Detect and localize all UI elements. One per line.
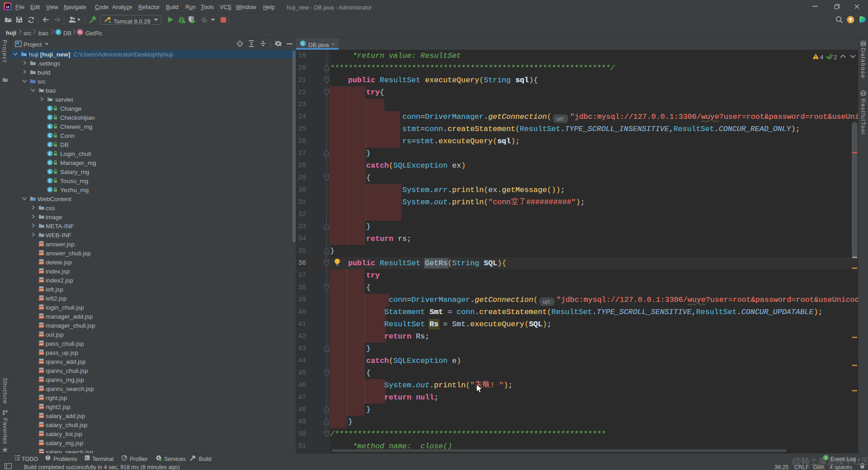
svg-text:JSP: JSP — [39, 433, 44, 436]
svg-text:JSP: JSP — [39, 397, 44, 400]
svg-text:JSP: JSP — [39, 334, 44, 337]
svg-text:C: C — [48, 115, 52, 120]
svg-text:JSP: JSP — [39, 415, 44, 418]
svg-text:C: C — [48, 142, 52, 147]
svg-text:JSP: JSP — [39, 370, 44, 373]
svg-text:C: C — [48, 106, 52, 111]
svg-text:C: C — [48, 133, 52, 138]
svg-text:C: C — [48, 169, 52, 174]
svg-text:IJ: IJ — [6, 5, 9, 9]
svg-text:C: C — [48, 178, 52, 183]
svg-text:JSP: JSP — [39, 406, 44, 409]
svg-text:JSP: JSP — [39, 325, 44, 328]
svg-text:JSP: JSP — [39, 244, 44, 246]
svg-text:JSP: JSP — [39, 388, 44, 391]
svg-text:JSP: JSP — [39, 280, 44, 282]
svg-text:C: C — [48, 160, 52, 165]
svg-text:JSP: JSP — [39, 271, 44, 273]
svg-text:JSP: JSP — [39, 442, 44, 445]
svg-text:JSP: JSP — [39, 316, 44, 319]
svg-text:C: C — [48, 151, 52, 156]
svg-text:JSP: JSP — [39, 262, 44, 264]
svg-text:C: C — [302, 41, 305, 46]
svg-text:C: C — [48, 124, 52, 129]
svg-text:JSP: JSP — [39, 343, 44, 346]
svg-text:JSP: JSP — [39, 289, 44, 291]
svg-text:JSP: JSP — [39, 352, 44, 355]
svg-text:JSP: JSP — [39, 424, 44, 427]
svg-text:JSP: JSP — [39, 253, 44, 255]
svg-text:C: C — [57, 29, 60, 34]
svg-text:JSP: JSP — [39, 298, 44, 301]
svg-text:m: m — [78, 30, 81, 34]
svg-text:JSP: JSP — [39, 361, 44, 364]
svg-text:JSP: JSP — [39, 379, 44, 382]
svg-text:JSP: JSP — [39, 307, 44, 310]
svg-text:C: C — [48, 187, 52, 192]
